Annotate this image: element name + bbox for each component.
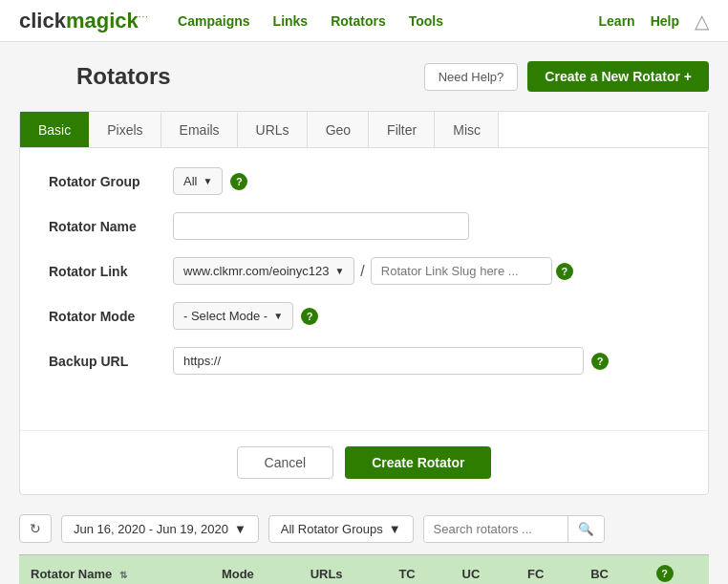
rotator-link-controls: www.clkmr.com/eoinyc123 ▼ / ? [173, 257, 573, 285]
rotator-group-dropdown[interactable]: All ▼ [173, 167, 223, 195]
rotator-link-row: Rotator Link www.clkmr.com/eoinyc123 ▼ /… [49, 257, 679, 285]
navbar: clickmagick··· Campaigns Links Rotators … [0, 0, 728, 42]
backup-url-label: Backup URL [49, 354, 173, 369]
backup-url-input[interactable] [173, 347, 584, 375]
search-button[interactable]: 🔍 [567, 516, 604, 542]
tab-basic[interactable]: Basic [20, 112, 89, 147]
rotator-mode-row: Rotator Mode - Select Mode - ▼ ? [49, 302, 679, 330]
rotator-group-value: All [183, 174, 197, 188]
table-help-icon[interactable]: ? [656, 565, 674, 582]
create-rotator-button[interactable]: Create a New Rotator + [527, 61, 709, 92]
rotator-mode-label: Rotator Mode [49, 309, 173, 324]
col-bc: BC [579, 555, 644, 585]
col-help[interactable]: ? [645, 555, 709, 585]
date-range-picker[interactable]: Jun 16, 2020 - Jun 19, 2020 ▼ [61, 515, 259, 543]
brand-magick: magick [66, 9, 139, 33]
rotator-mode-value: - Select Mode - [183, 309, 268, 323]
tab-pixels[interactable]: Pixels [89, 112, 161, 147]
brand-logo[interactable]: clickmagick··· [19, 9, 149, 33]
nav-rotators[interactable]: Rotators [331, 2, 386, 40]
nav-learn[interactable]: Learn [599, 2, 635, 40]
form-body: Rotator Group All ▼ ? Rotator Name Rotat… [20, 148, 708, 421]
rotator-link-help-icon[interactable]: ? [556, 263, 573, 280]
search-box: 🔍 [423, 515, 605, 543]
refresh-button[interactable]: ↻ [19, 514, 52, 543]
mode-dropdown-caret-icon: ▼ [273, 311, 283, 321]
nav-right: Learn Help △ [599, 2, 709, 40]
form-actions: Cancel Create Rotator [20, 430, 708, 494]
rotator-name-row: Rotator Name [49, 212, 679, 240]
backup-url-help-icon[interactable]: ? [591, 353, 609, 370]
cancel-button[interactable]: Cancel [237, 446, 334, 479]
rotator-group-row: Rotator Group All ▼ ? [49, 167, 679, 195]
tab-misc[interactable]: Misc [435, 112, 499, 147]
page-title: Rotators [76, 63, 171, 90]
dropdown-caret-icon: ▼ [203, 176, 212, 186]
tabs-bar: Basic Pixels Emails URLs Geo Filter Misc [20, 112, 708, 148]
group-filter-caret-icon: ▼ [389, 522, 401, 536]
group-filter-dropdown[interactable]: All Rotator Groups ▼ [268, 515, 414, 543]
url-slash-separator: / [360, 263, 364, 280]
user-account-icon[interactable]: △ [695, 10, 709, 32]
page-header: Rotators Need Help? Create a New Rotator… [19, 61, 709, 92]
backup-url-row: Backup URL ? [49, 347, 679, 375]
col-rotator-name-label: Rotator Name [31, 567, 112, 581]
page-content: Rotators Need Help? Create a New Rotator… [0, 42, 728, 584]
col-uc: UC [451, 555, 516, 585]
rotator-slug-input[interactable] [371, 257, 552, 285]
tab-geo[interactable]: Geo [308, 112, 369, 147]
sort-icon: ⇅ [119, 570, 127, 580]
filter-bar: ↻ Jun 16, 2020 - Jun 19, 2020 ▼ All Rota… [19, 514, 709, 543]
rotator-link-domain-dropdown[interactable]: www.clkmr.com/eoinyc123 ▼ [173, 257, 354, 285]
nav-tools[interactable]: Tools [409, 2, 443, 40]
need-help-button[interactable]: Need Help? [424, 63, 519, 91]
group-filter-value: All Rotator Groups [281, 522, 383, 536]
page-header-actions: Need Help? Create a New Rotator + [424, 61, 709, 92]
tab-urls[interactable]: URLs [238, 112, 308, 147]
rotator-mode-dropdown[interactable]: - Select Mode - ▼ [173, 302, 293, 330]
main-card: Basic Pixels Emails URLs Geo Filter Misc… [19, 111, 709, 495]
rotator-name-label: Rotator Name [49, 219, 173, 234]
col-rotator-name[interactable]: Rotator Name ⇅ [19, 555, 210, 585]
rotator-mode-controls: - Select Mode - ▼ ? [173, 302, 318, 330]
table-header: Rotator Name ⇅ Mode URLs TC UC FC BC ? [19, 555, 709, 585]
rotator-link-label: Rotator Link [49, 264, 173, 279]
rotator-group-help-icon[interactable]: ? [230, 173, 247, 190]
rotator-name-input[interactable] [173, 212, 469, 240]
nav-links-item[interactable]: Links [273, 2, 309, 40]
col-mode: Mode [210, 555, 299, 585]
rotators-table: Rotator Name ⇅ Mode URLs TC UC FC BC ? Y… [19, 554, 709, 584]
domain-dropdown-caret-icon: ▼ [334, 266, 344, 276]
tab-filter[interactable]: Filter [369, 112, 435, 147]
nav-campaigns[interactable]: Campaigns [178, 2, 249, 40]
col-fc: FC [516, 555, 579, 585]
brand-click: click [19, 9, 66, 33]
rotator-link-domain-value: www.clkmr.com/eoinyc123 [183, 264, 329, 278]
nav-links: Campaigns Links Rotators Tools [178, 2, 598, 40]
rotator-mode-help-icon[interactable]: ? [301, 308, 318, 325]
nav-help[interactable]: Help [651, 2, 679, 40]
brand-dots: ··· [139, 11, 149, 22]
col-tc: TC [387, 555, 450, 585]
search-input[interactable] [424, 516, 567, 542]
rotator-group-label: Rotator Group [49, 174, 173, 189]
create-button[interactable]: Create Rotator [345, 446, 491, 479]
col-urls: URLs [299, 555, 388, 585]
backup-url-controls: ? [173, 347, 609, 375]
date-range-caret-icon: ▼ [234, 522, 246, 536]
tab-emails[interactable]: Emails [161, 112, 238, 147]
date-range-value: Jun 16, 2020 - Jun 19, 2020 [74, 522, 228, 536]
rotator-group-controls: All ▼ ? [173, 167, 247, 195]
